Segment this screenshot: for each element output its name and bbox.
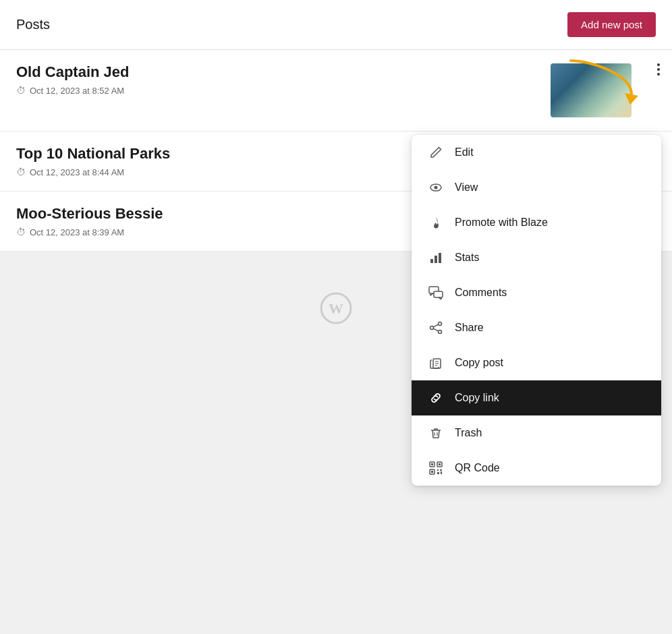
menu-item-share[interactable]: Share bbox=[412, 310, 661, 345]
wordpress-logo: W bbox=[320, 292, 352, 332]
pencil-icon bbox=[428, 144, 444, 161]
menu-label-promote: Promote with Blaze bbox=[455, 217, 548, 229]
share-icon bbox=[428, 320, 444, 336]
menu-label-qr-code: QR Code bbox=[455, 462, 500, 474]
menu-label-trash: Trash bbox=[455, 427, 482, 439]
svg-rect-30 bbox=[441, 471, 442, 474]
menu-item-promote[interactable]: Promote with Blaze bbox=[412, 205, 661, 240]
menu-label-share: Share bbox=[455, 322, 484, 334]
post-info: Top 10 National Parks ⏱ Oct 12, 2023 at … bbox=[16, 145, 170, 177]
svg-rect-28 bbox=[440, 469, 442, 471]
header: Posts Add new post bbox=[0, 0, 672, 50]
flame-icon bbox=[428, 214, 444, 231]
menu-item-trash[interactable]: Trash bbox=[412, 415, 661, 451]
arrow-annotation bbox=[564, 54, 645, 111]
post-title: Old Captain Jed bbox=[16, 63, 129, 81]
menu-item-edit[interactable]: Edit bbox=[412, 135, 661, 170]
svg-rect-7 bbox=[439, 253, 441, 263]
svg-marker-0 bbox=[625, 93, 638, 105]
post-title: Moo-Sterious Bessie bbox=[16, 205, 163, 223]
svg-rect-26 bbox=[431, 471, 433, 473]
svg-rect-27 bbox=[437, 469, 439, 471]
svg-line-14 bbox=[433, 328, 438, 331]
svg-rect-24 bbox=[439, 463, 441, 465]
post-title: Top 10 National Parks bbox=[16, 145, 170, 163]
clock-icon: ⏱ bbox=[16, 227, 26, 237]
link-icon bbox=[428, 390, 444, 406]
post-date-text: Oct 12, 2023 at 8:52 AM bbox=[30, 86, 124, 96]
add-new-post-button[interactable]: Add new post bbox=[567, 12, 656, 37]
copy-icon bbox=[428, 355, 444, 371]
svg-point-10 bbox=[439, 322, 442, 326]
menu-label-view: View bbox=[455, 181, 478, 194]
svg-rect-9 bbox=[434, 291, 443, 297]
post-options-button[interactable] bbox=[652, 61, 665, 78]
post-date: ⏱ Oct 12, 2023 at 8:39 AM bbox=[16, 227, 163, 237]
svg-rect-29 bbox=[437, 472, 439, 474]
comments-icon bbox=[428, 285, 444, 301]
dropdown-menu: Edit View Promote with Blaze bbox=[412, 135, 661, 486]
menu-item-stats[interactable]: Stats bbox=[412, 240, 661, 275]
page-title: Posts bbox=[16, 17, 50, 32]
bar-chart-icon bbox=[428, 250, 444, 266]
svg-line-13 bbox=[433, 324, 438, 327]
menu-item-qr-code[interactable]: QR Code bbox=[412, 451, 661, 486]
dot bbox=[657, 73, 660, 76]
svg-point-12 bbox=[439, 330, 442, 334]
qr-code-icon bbox=[428, 460, 444, 476]
menu-item-comments[interactable]: Comments bbox=[412, 275, 661, 310]
post-date: ⏱ Oct 12, 2023 at 8:52 AM bbox=[16, 85, 129, 96]
dot bbox=[657, 68, 660, 71]
arrow-svg bbox=[564, 54, 645, 108]
svg-point-11 bbox=[430, 326, 434, 330]
clock-icon: ⏱ bbox=[16, 167, 26, 177]
menu-item-copy-link[interactable]: Copy link bbox=[412, 380, 661, 415]
post-date: ⏱ Oct 12, 2023 at 8:44 AM bbox=[16, 167, 170, 177]
menu-label-stats: Stats bbox=[455, 252, 479, 264]
svg-rect-22 bbox=[431, 463, 433, 465]
post-info: Moo-Sterious Bessie ⏱ Oct 12, 2023 at 8:… bbox=[16, 205, 163, 237]
svg-rect-6 bbox=[435, 256, 437, 263]
post-info: Old Captain Jed ⏱ Oct 12, 2023 at 8:52 A… bbox=[16, 63, 129, 96]
menu-label-copy-link: Copy link bbox=[455, 392, 499, 404]
clock-icon: ⏱ bbox=[16, 85, 26, 96]
menu-label-copy-post: Copy post bbox=[455, 357, 503, 369]
menu-label-comments: Comments bbox=[455, 287, 507, 299]
page-container: Posts Add new post Old Captain Jed ⏱ Oct… bbox=[0, 0, 672, 634]
post-date-text: Oct 12, 2023 at 8:39 AM bbox=[30, 227, 124, 237]
dot bbox=[657, 63, 660, 66]
menu-label-edit: Edit bbox=[455, 146, 474, 158]
post-date-text: Oct 12, 2023 at 8:44 AM bbox=[30, 167, 124, 177]
svg-rect-5 bbox=[430, 259, 433, 263]
trash-icon bbox=[428, 425, 444, 441]
menu-item-view[interactable]: View bbox=[412, 170, 661, 205]
svg-point-4 bbox=[435, 186, 438, 190]
menu-item-copy-post[interactable]: Copy post bbox=[412, 345, 661, 380]
eye-icon bbox=[428, 179, 444, 196]
svg-text:W: W bbox=[329, 300, 343, 317]
